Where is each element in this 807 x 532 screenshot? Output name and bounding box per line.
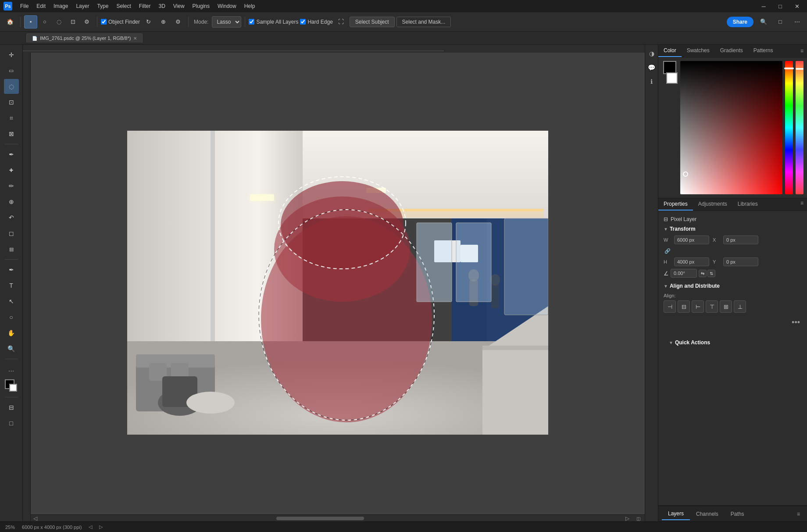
shape-tool[interactable]: ○ (4, 310, 19, 325)
menu-window[interactable]: Window (214, 2, 240, 11)
align-left-btn[interactable]: ⊣ (664, 300, 676, 313)
align-right-btn[interactable]: ⊢ (692, 300, 704, 313)
tab-close-btn[interactable]: ✕ (133, 36, 137, 41)
align-header[interactable]: ▼ Align and Distribute (664, 283, 802, 289)
clone-tool[interactable]: ⊕ (4, 194, 19, 209)
bottom-panel-collapse[interactable]: ≡ (793, 509, 803, 519)
bg-color-swatch[interactable] (9, 384, 17, 392)
tab-libraries[interactable]: Libraries (732, 198, 763, 211)
flip-v-btn[interactable]: ⇅ (707, 270, 715, 277)
color-slider-2[interactable] (796, 61, 803, 194)
screen-mode-btn[interactable]: □ (4, 416, 19, 431)
history-brush-tool[interactable]: ↶ (4, 210, 19, 225)
object-select-tool[interactable]: ⊡ (4, 95, 19, 110)
menu-file[interactable]: File (17, 2, 32, 11)
tab-properties[interactable]: Properties (658, 198, 693, 211)
eraser-tool[interactable]: ◻ (4, 226, 19, 241)
properties-collapse[interactable]: ≡ (797, 198, 807, 211)
angle-input[interactable] (671, 269, 697, 278)
menu-filter[interactable]: Filter (136, 2, 154, 11)
link-icon[interactable]: 🔗 (664, 247, 671, 255)
search-btn[interactable]: 🔍 (757, 15, 770, 29)
select-and-mask-btn[interactable]: Select and Mask... (396, 17, 451, 27)
restore-btn[interactable]: □ (774, 0, 787, 13)
align-bottom-btn[interactable]: ⊥ (734, 300, 746, 313)
transform-header[interactable]: ▼ Transform (664, 226, 802, 232)
move-tool[interactable]: ✛ (4, 47, 19, 62)
menu-3d[interactable]: 3D (155, 2, 168, 11)
hard-edge-check[interactable]: Hard Edge (300, 19, 332, 25)
y-input[interactable] (723, 257, 758, 266)
menu-layer[interactable]: Layer (72, 2, 93, 11)
menu-image[interactable]: Image (50, 2, 71, 11)
tab-swatches[interactable]: Swatches (682, 45, 715, 57)
color-icon[interactable]: ◑ (646, 48, 657, 59)
share-btn[interactable]: Share (727, 17, 753, 27)
rectangle-select-btn[interactable]: ▪ (24, 15, 37, 29)
document-tab[interactable]: 📄 IMG_2761.psdc @ 25% (Layer 1, RGB/8*) … (26, 33, 143, 43)
zoom-tool[interactable]: 🔍 (4, 341, 19, 356)
type-tool[interactable]: T (4, 278, 19, 293)
tab-color[interactable]: Color (658, 45, 682, 57)
quick-mask-btn[interactable]: ⊟ (4, 400, 19, 415)
menu-view[interactable]: View (170, 2, 188, 11)
tab-paths[interactable]: Paths (725, 508, 750, 520)
lasso-select-btn[interactable]: ◌ (52, 15, 65, 29)
h-input[interactable] (674, 257, 709, 266)
channel-btn[interactable]: ⊡ (66, 15, 79, 29)
h-scrollbar-thumb[interactable] (276, 517, 364, 520)
ellipse-select-btn[interactable]: ○ (38, 15, 51, 29)
color-gradient-picker[interactable] (680, 61, 782, 194)
align-top-btn[interactable]: ⊤ (706, 300, 718, 313)
more-options-btn[interactable]: ••• (790, 316, 802, 329)
more-btn[interactable]: ⋯ (790, 15, 803, 29)
object-finder-check[interactable]: Object Finder (101, 19, 140, 25)
scroll-left-btn[interactable]: ◁ (31, 515, 39, 521)
tab-channels[interactable]: Channels (690, 508, 725, 520)
gradient-tool[interactable]: ▤ (4, 242, 19, 257)
menu-select[interactable]: Select (113, 2, 134, 11)
hue-slider[interactable] (785, 61, 793, 194)
brush-tool[interactable]: ✏ (4, 179, 19, 193)
minimize-btn[interactable]: ─ (757, 0, 770, 13)
flip-h-btn[interactable]: ⇆ (699, 270, 707, 277)
comment-icon[interactable]: 💬 (646, 62, 657, 73)
navigator-icon[interactable]: ◫ (632, 515, 645, 521)
background-swatch[interactable] (666, 72, 678, 84)
align-center-v-btn[interactable]: ⊞ (720, 300, 732, 313)
mode-select[interactable]: Lasso (212, 16, 241, 28)
h-scrollbar[interactable]: ◁ ▷ ◫ (31, 514, 645, 521)
menu-plugins[interactable]: Plugins (189, 2, 213, 11)
x-input[interactable] (723, 236, 758, 244)
info-icon[interactable]: ℹ (646, 76, 657, 87)
pen-tool[interactable]: ✒ (4, 262, 19, 277)
home-btn[interactable]: 🏠 (4, 15, 17, 29)
canvas-container[interactable] (31, 53, 645, 513)
tab-layers[interactable]: Layers (662, 508, 690, 520)
color-panel-collapse[interactable]: ≡ (797, 46, 807, 56)
tab-adjustments[interactable]: Adjustments (693, 198, 732, 211)
quick-actions-header[interactable]: ▼ Quick Actions (664, 336, 802, 349)
crop-tool[interactable]: ⌗ (4, 111, 19, 125)
options2-btn[interactable]: ⚙ (171, 15, 185, 29)
tab-patterns[interactable]: Patterns (748, 45, 778, 57)
sample-all-layers-check[interactable]: Sample All Layers (249, 19, 298, 25)
zoom-level[interactable]: 25% (5, 525, 15, 530)
menu-help[interactable]: Help (241, 2, 259, 11)
close-btn[interactable]: ✕ (790, 0, 803, 13)
tab-gradients[interactable]: Gradients (715, 45, 748, 57)
color-swatches[interactable] (3, 379, 20, 394)
canvas-area[interactable]: ◁ ▷ ◫ (23, 45, 645, 521)
more-tools-btn[interactable]: … (4, 362, 19, 377)
marquee-tool[interactable]: ▭ (4, 63, 19, 78)
select-subject-btn[interactable]: Select Subject (350, 17, 395, 27)
scroll-right-btn[interactable]: ▷ (623, 515, 632, 521)
lasso-tool[interactable]: ◌ (4, 79, 19, 94)
w-input[interactable] (674, 236, 709, 244)
frame-tool[interactable]: ⊠ (4, 126, 19, 141)
align-center-h-btn[interactable]: ⊟ (678, 300, 690, 313)
refresh-btn[interactable]: ↻ (142, 15, 155, 29)
subject-btn[interactable]: ⊕ (157, 15, 170, 29)
hand-tool[interactable]: ✋ (4, 325, 19, 340)
menu-edit[interactable]: Edit (33, 2, 49, 11)
